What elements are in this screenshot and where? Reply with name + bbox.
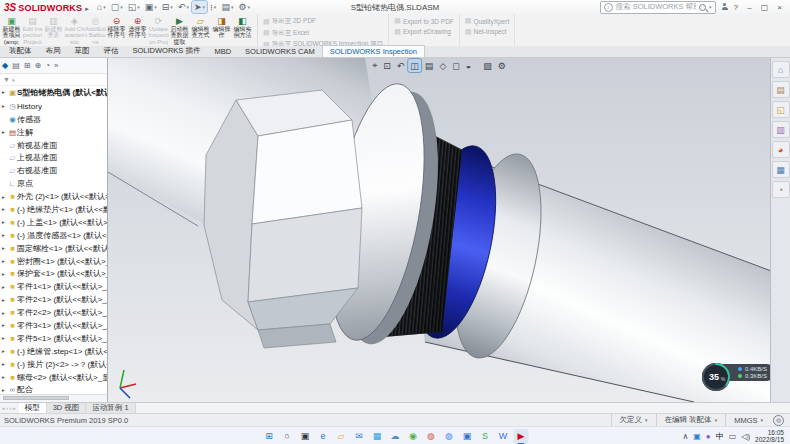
youdao-icon[interactable]: S [478, 429, 493, 444]
tree-item[interactable]: ▸ 零件1<1> (默认<<默认>_显示状态- [0, 280, 107, 293]
tree-filter-bar[interactable]: ▼ ▾ [0, 74, 107, 86]
tree-item[interactable]: ▸ 保护套<1> (默认<<默认>_显示状态 [0, 267, 107, 280]
ribbon-tab[interactable]: SOLIDWORKS Inspection [322, 45, 425, 57]
tree-item[interactable]: ▸ 右视基准面 [0, 164, 107, 177]
new-document-icon[interactable]: ▢▾ [109, 1, 125, 13]
previous-view-icon[interactable]: ↶ [395, 59, 407, 72]
ribbon-button[interactable]: Add/Edit Balloons [85, 14, 106, 46]
ribbon-tab[interactable]: MBD [207, 45, 238, 57]
tree-item[interactable]: ▸ 零件3<1> (默认<<默认>_显示状态- [0, 319, 107, 332]
ribbon-tab[interactable]: 草图 [68, 45, 97, 57]
taskpane-file-explorer[interactable] [772, 101, 790, 118]
export-menu-item[interactable]: Export eDrawing [394, 28, 454, 36]
hide-show-items-icon[interactable]: ◒ [464, 59, 473, 72]
section-view-icon[interactable]: ◫ [408, 59, 421, 72]
tab-nav-arrow-icon[interactable]: › [9, 405, 11, 411]
export-menu-item[interactable]: Net-Inspect [465, 28, 509, 36]
login-person-icon[interactable] [721, 3, 729, 11]
tree-item[interactable]: ▸ 密封圈<1> (默认<<默认>_显示状态 [0, 255, 107, 268]
close-button[interactable]: × [773, 3, 786, 12]
tree-item[interactable]: ▸ 原点 [0, 177, 107, 190]
wps-icon[interactable]: W [496, 429, 511, 444]
tree-item[interactable]: ▸ 注解 [0, 126, 107, 139]
tree-item[interactable]: ▸ 零件2<1> (默认<<默认>_显示状态- [0, 293, 107, 306]
restore-button[interactable]: ▢ [758, 3, 771, 12]
document-tab[interactable]: 模型 [19, 403, 47, 414]
tray-app-icon[interactable]: ● [706, 432, 711, 441]
ribbon-tab[interactable]: SOLIDWORKS CAM [238, 45, 322, 57]
ribbon-button[interactable]: Add Characteristic [64, 14, 85, 46]
ribbon-button[interactable]: 启动检查数据提取 [169, 14, 190, 46]
propertymanager-tab[interactable]: ▤ [12, 61, 20, 70]
ribbon-button[interactable]: Update Inspection Project [148, 14, 169, 46]
ribbon-button[interactable]: 编辑检查方式 [190, 14, 211, 46]
solidworks-icon[interactable]: ▶ [514, 429, 529, 444]
tree-item[interactable]: ▸ 上视基准面 [0, 151, 107, 164]
tree-item[interactable]: ▸ (-) 接片 (2)<2> -> ? (默认<<默认> [0, 358, 107, 371]
taskpane-appearances[interactable] [772, 141, 790, 158]
onedrive-icon[interactable]: ☁ [388, 429, 403, 444]
ribbon-button[interactable]: 移除零件序号 [106, 14, 127, 46]
ribbon-button[interactable]: Edit Inspection Project [22, 14, 43, 46]
ribbon-button[interactable]: 新建检查表 [43, 14, 64, 46]
taskpane-home[interactable] [772, 61, 790, 78]
featuremanager-tab[interactable]: ◆ [2, 61, 8, 70]
file-properties-icon[interactable]: ▤▾ [219, 1, 235, 13]
document-tab[interactable]: 运动算例 1 [86, 403, 135, 414]
pc-manager-icon[interactable]: ▣ [460, 429, 475, 444]
export-menu-item[interactable]: QualityXpert [465, 17, 509, 25]
start-button[interactable]: ⊞ [262, 429, 277, 444]
minimize-button[interactable]: – [743, 3, 756, 12]
print-icon[interactable]: ⊟▾ [160, 1, 175, 13]
edit-appearance-icon[interactable] [475, 59, 479, 72]
tab-nav-arrow-icon[interactable]: « [2, 405, 5, 411]
tree-horizontal-scrollbar[interactable] [0, 394, 107, 402]
taskpane-custom-properties[interactable] [772, 161, 790, 178]
tree-item[interactable]: ▸ (-) 上盖<1> (默认<<默认>_显示状态 [0, 216, 107, 229]
display-style-icon[interactable]: ◻ [450, 59, 461, 72]
tree-root-item[interactable]: ▸ S型铂铑热电偶 (默认<默认_显示状态-1> [0, 86, 107, 99]
tree-item[interactable]: ▸ History [0, 100, 107, 113]
displaymanager-tab[interactable]: ◔ [45, 61, 50, 70]
help-button[interactable]: ? [734, 3, 738, 12]
tree-item[interactable]: ▸ (-) 绝缘垫片<1> (默认<<默认>_显示 [0, 203, 107, 216]
search-caret-icon[interactable]: ▾ [709, 4, 712, 10]
search-button[interactable]: ○ [280, 429, 295, 444]
ribbon-tab[interactable]: 装配体 [2, 45, 39, 57]
tree-item[interactable]: ▸ (-) 绝缘管.step<1> (默认<<默认>_ [0, 345, 107, 358]
view-settings-icon[interactable]: ⚙ [496, 59, 508, 72]
taskpane-pack-and-go[interactable] [772, 181, 790, 198]
ribbon-tab[interactable]: 布局 [39, 45, 68, 57]
task-view-button[interactable]: ▣ [298, 429, 313, 444]
taskbar-clock[interactable]: 16:05 2022/8/15 [755, 429, 784, 443]
taskpane-design-library[interactable] [772, 81, 790, 98]
store-icon[interactable]: ▦ [370, 429, 385, 444]
mail-icon[interactable]: ✉ [352, 429, 367, 444]
export-menu-item[interactable]: 导出至 Excel [263, 29, 383, 38]
ime-indicator[interactable]: 中 [716, 431, 724, 442]
chrome2-icon[interactable]: ◍ [442, 429, 457, 444]
ribbon-button[interactable]: 编辑实例方法 [232, 14, 253, 46]
home-icon[interactable]: ⌂▾ [95, 1, 108, 13]
taskpane-view-palette[interactable] [772, 121, 790, 138]
apply-scene-icon[interactable]: ▨ [481, 59, 494, 72]
ribbon-button[interactable]: 选择零件序号 [127, 14, 148, 46]
zoom-fit-icon[interactable]: ⌖ [370, 59, 379, 72]
search-input[interactable]: i 搜索 SOLIDWORKS 帮助 ▾ [600, 1, 716, 14]
export-menu-item[interactable]: Export to 3D PDF [394, 17, 454, 25]
tray-defender-icon[interactable]: ▣ [693, 432, 701, 441]
save-icon[interactable]: ▣▾ [143, 1, 159, 13]
rebuild-icon[interactable]: ⁝▾ [208, 1, 218, 13]
search-icon[interactable] [699, 4, 706, 11]
tray-expand-icon[interactable]: ∧ [682, 432, 688, 441]
ribbon-tab[interactable]: SOLIDWORKS 插件 [126, 45, 208, 57]
tray-volume-icon[interactable]: ◁) [741, 432, 750, 441]
undo-icon[interactable]: ↶▾ [176, 1, 191, 13]
tree-item[interactable]: ▸ 外壳 (2)<1> (默认<<默认>_显示状态 [0, 190, 107, 203]
zoom-area-icon[interactable]: ⊡ [381, 59, 393, 72]
tree-item[interactable]: ▸ 零件2<2> (默认<<默认>_显示状态- [0, 306, 107, 319]
browser-360-icon[interactable]: ◉ [406, 429, 421, 444]
ribbon-button[interactable]: 编辑操作 [211, 14, 232, 46]
select-arrow-icon[interactable]: ➤▾ [192, 1, 207, 13]
tree-item[interactable]: ▸ 零件5<1> (默认<<默认>_显示状态- [0, 332, 107, 345]
